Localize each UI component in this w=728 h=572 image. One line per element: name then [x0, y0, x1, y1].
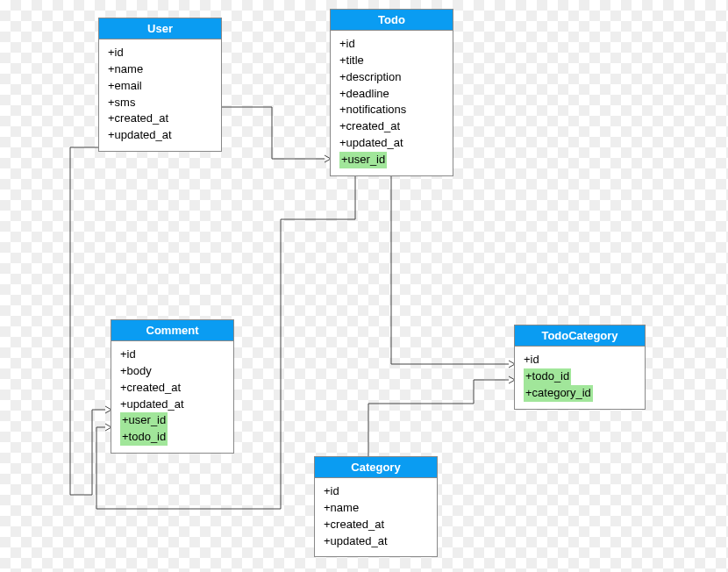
attr: +id — [324, 483, 428, 500]
entity-todo-body: +id +title +description +deadline +notif… — [331, 31, 453, 175]
attr: +created_at — [120, 380, 225, 397]
attr: +updated_at — [120, 397, 225, 413]
entity-category-title: Category — [315, 457, 437, 478]
attr: +deadline — [339, 86, 444, 103]
attr: +title — [339, 53, 444, 69]
entity-user: User +id +name +email +sms +created_at +… — [98, 18, 222, 152]
attr: +email — [108, 78, 212, 95]
attr: +notifications — [339, 102, 444, 118]
attr: +created_at — [339, 118, 444, 135]
entity-todo-title: Todo — [331, 10, 453, 31]
attr: +description — [339, 69, 444, 86]
entity-user-title: User — [99, 18, 221, 39]
attr: +id — [524, 352, 636, 368]
entity-category-body: +id +name +created_at +updated_at — [315, 478, 437, 556]
attr: +id — [339, 36, 444, 53]
attr-fk: +todo_id — [120, 429, 225, 446]
entity-todocategory-body: +id +todo_id +category_id — [515, 347, 645, 409]
entity-category: Category +id +name +created_at +updated_… — [314, 456, 438, 557]
attr-fk: +user_id — [120, 412, 225, 429]
attr-fk: +todo_id — [524, 368, 636, 385]
attr: +sms — [108, 95, 212, 111]
attr: +created_at — [108, 111, 212, 127]
entity-todocategory: TodoCategory +id +todo_id +category_id — [514, 325, 646, 410]
attr: +updated_at — [324, 533, 428, 550]
attr: +id — [108, 45, 212, 61]
attr: +body — [120, 363, 225, 380]
attr: +created_at — [324, 517, 428, 533]
entity-user-body: +id +name +email +sms +created_at +updat… — [99, 39, 221, 151]
attr: +updated_at — [339, 135, 444, 152]
attr: +updated_at — [108, 127, 212, 144]
attr: +name — [108, 61, 212, 78]
attr-fk: +user_id — [339, 152, 444, 168]
entity-todo: Todo +id +title +description +deadline +… — [330, 9, 453, 176]
entity-todocategory-title: TodoCategory — [515, 325, 645, 347]
entity-comment: Comment +id +body +created_at +updated_a… — [111, 319, 234, 454]
entity-comment-title: Comment — [111, 320, 233, 341]
attr: +id — [120, 347, 225, 363]
attr-fk: +category_id — [524, 385, 636, 402]
entity-comment-body: +id +body +created_at +updated_at +user_… — [111, 341, 233, 453]
attr: +name — [324, 500, 428, 517]
